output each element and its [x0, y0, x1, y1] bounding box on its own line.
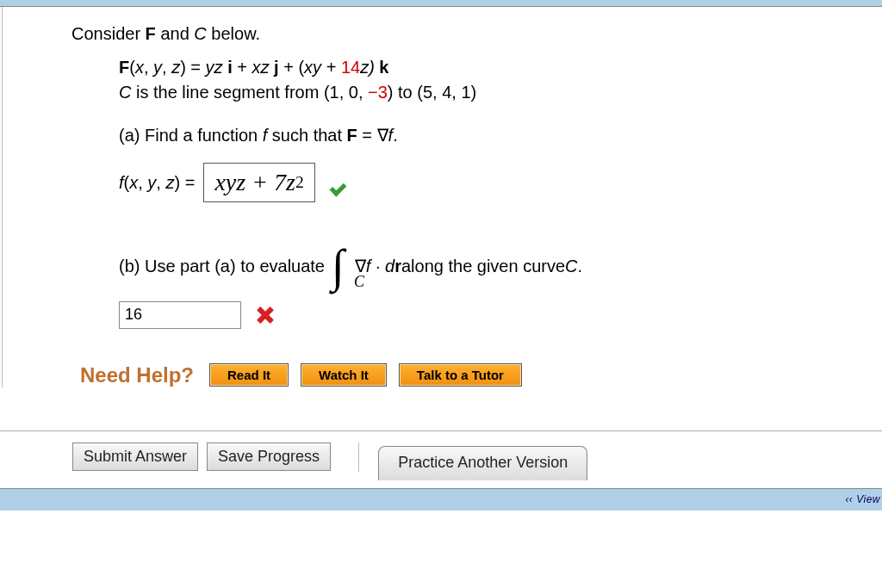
footer-partial-text: ‹‹ View	[845, 493, 880, 505]
check-icon	[331, 173, 350, 192]
integral-icon: ∫	[332, 245, 345, 288]
save-progress-button[interactable]: Save Progress	[207, 443, 331, 471]
watch-it-button[interactable]: Watch It	[301, 363, 387, 387]
talk-to-tutor-button[interactable]: Talk to a Tutor	[399, 363, 522, 387]
need-help-label: Need Help?	[80, 363, 194, 387]
practice-another-version-button[interactable]: Practice Another Version	[378, 446, 587, 480]
part-a-prompt: (a) Find a function f such that F = ∇f.	[119, 125, 873, 145]
need-help-row: Need Help? Read It Watch It Talk to a Tu…	[71, 363, 873, 387]
part-b-answer-input[interactable]	[119, 301, 241, 329]
vector-field-equation: F(x, y, z) = yz i + xz j + (xy + 14z) k	[119, 56, 873, 79]
part-a-answer-row: f(x, y, z) = xyz + 7z2	[119, 163, 873, 202]
cross-icon	[255, 306, 274, 325]
curve-description: C is the line segment from (1, 0, −3) to…	[119, 81, 873, 104]
footer-strip: ‹‹ View	[0, 488, 882, 511]
question-body: Consider F and C below. F(x, y, z) = yz …	[2, 7, 882, 387]
read-it-button[interactable]: Read It	[209, 363, 289, 387]
intro-text: Consider F and C below.	[71, 24, 873, 44]
submit-answer-button[interactable]: Submit Answer	[72, 443, 198, 471]
part-b-answer-row	[119, 301, 873, 329]
part-b-prompt: (b) Use part (a) to evaluate ∫ C ∇f · dr…	[119, 245, 873, 288]
divider	[358, 443, 359, 472]
action-bar: Submit Answer Save Progress Practice Ano…	[0, 430, 882, 488]
part-a-answer-box[interactable]: xyz + 7z2	[203, 163, 314, 202]
header-strip	[0, 0, 882, 7]
integral-expression: ∫ C	[332, 245, 345, 288]
part-a-answer-label: f(x, y, z) =	[119, 173, 195, 193]
